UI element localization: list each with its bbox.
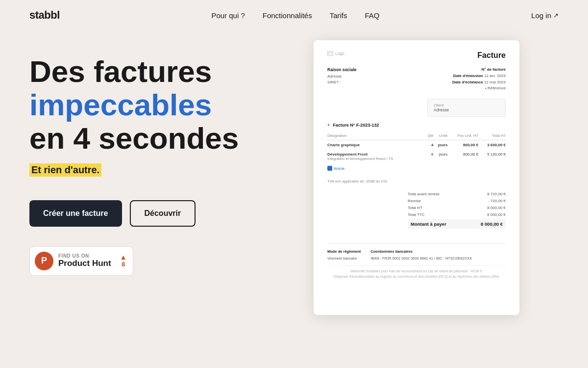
login-button[interactable]: Log in ↗ [531, 11, 559, 20]
total-ht: Total HT 8 000,00 € [408, 204, 506, 211]
invoice-logo: Logo [327, 51, 344, 56]
row1-qty: 4 [425, 140, 434, 150]
product-hunt-votes: ▲ 8 [120, 254, 127, 268]
invoice-title: Facture [477, 51, 506, 60]
row2-price: 800,00 € [447, 150, 478, 163]
hero-section: Des factures impeccables en 4 secondes E… [29, 45, 294, 276]
product-hunt-badge[interactable]: P FIND US ON Product Hunt ▲ 8 [29, 246, 133, 276]
main-content: Des factures impeccables en 4 secondes E… [0, 30, 588, 315]
discover-button[interactable]: Découvrir [130, 200, 196, 227]
table-row: Développement Front Intégration et dével… [327, 150, 506, 163]
total-remise: Remise - 720,00 € [408, 197, 506, 204]
invoice-footer: Mode de règlement Virement bancaire Coor… [327, 243, 506, 279]
col-unit: Unité [433, 131, 447, 140]
header: stabbl Pour qui ? Fonctionnalités Tarifs… [0, 0, 588, 30]
footer-coordonnees: Coordonnées bancaires IBAN : FR35 0001 0… [370, 249, 472, 262]
invoice-number-row: + Facture N° F-2023-132 [327, 123, 506, 128]
add-article-row[interactable]: Article [327, 166, 506, 171]
footer-row: Mode de règlement Virement bancaire Coor… [327, 249, 506, 262]
table-row: Charte graphique 4 jours 800,00 € 3 600,… [327, 140, 506, 150]
total-avant-remise: Total avant remise 8 720,00 € [408, 190, 506, 197]
invoice-details: N° de facture Date d'émission 12 avr. 20… [452, 67, 506, 92]
row2-unit: jours [433, 150, 447, 163]
footer-reglement: Mode de règlement Virement bancaire [327, 249, 361, 262]
nav-faq[interactable]: FAQ [365, 11, 380, 20]
row1-total: 3 600,00 € [478, 140, 506, 150]
product-hunt-logo: P [35, 252, 53, 270]
nav: Pour qui ? Fonctionnalités Tarifs FAQ [211, 11, 379, 20]
tva-note: TVA non applicable art. 293B du CGI [327, 179, 506, 184]
logo: stabbl [29, 9, 60, 22]
row1-unit: jours [433, 140, 447, 150]
invoice-table: Désignation Qté Unité Prix Unit. HT Tota… [327, 131, 506, 173]
row2-total: 5 120,00 € [478, 150, 506, 163]
nav-pour-qui[interactable]: Pour qui ? [211, 11, 245, 20]
col-qty: Qté [425, 131, 434, 140]
hero-title: Des factures impeccables en 4 secondes [29, 55, 294, 156]
montant-payer: Montant à payer 8 000,00 € [408, 219, 506, 229]
invoice-meta: Raison sociale Adresse SIRET : N° de fac… [327, 67, 506, 92]
logo-placeholder-icon [327, 51, 333, 56]
table-row-add: Article [327, 163, 506, 173]
row1-price: 800,00 € [447, 140, 478, 150]
nav-tarifs[interactable]: Tarifs [330, 11, 347, 20]
row1-name: Charte graphique [327, 140, 425, 150]
product-hunt-text: FIND US ON Product Hunt [58, 253, 111, 268]
row2-qty: 8 [425, 150, 434, 163]
col-price: Prix Unit. HT [447, 131, 478, 140]
invoice-totals: Total avant remise 8 720,00 € Remise - 7… [327, 190, 506, 229]
invoice-header: Logo Facture [327, 51, 506, 60]
nav-fonctionnalites[interactable]: Fonctionnalités [263, 11, 312, 20]
external-link-icon: ↗ [553, 12, 559, 19]
hero-subtitle: Et rien d'autre. [29, 163, 101, 177]
invoice-preview: Logo Facture Raison sociale Adresse SIRE… [314, 40, 519, 315]
total-ttc: Total TTC 8 000,00 € [408, 211, 506, 218]
invoice-legal: Indemnité forfaitaire pour frais de reco… [327, 265, 506, 279]
invoice-client-box: Client Adresse [427, 99, 506, 117]
cta-buttons: Créer une facture Découvrir [29, 200, 294, 227]
add-article-icon [327, 166, 332, 171]
invoice-sender: Raison sociale Adresse SIRET : [327, 67, 357, 92]
upvote-arrow-icon: ▲ [120, 254, 127, 261]
plus-icon: + [327, 123, 330, 128]
row2-name: Développement Front Intégration et dével… [327, 150, 425, 163]
create-invoice-button[interactable]: Créer une facture [29, 200, 122, 227]
svg-point-1 [329, 53, 330, 53]
col-designation: Désignation [327, 131, 425, 140]
totals-table: Total avant remise 8 720,00 € Remise - 7… [408, 190, 506, 229]
col-total: Total HT [478, 131, 506, 140]
